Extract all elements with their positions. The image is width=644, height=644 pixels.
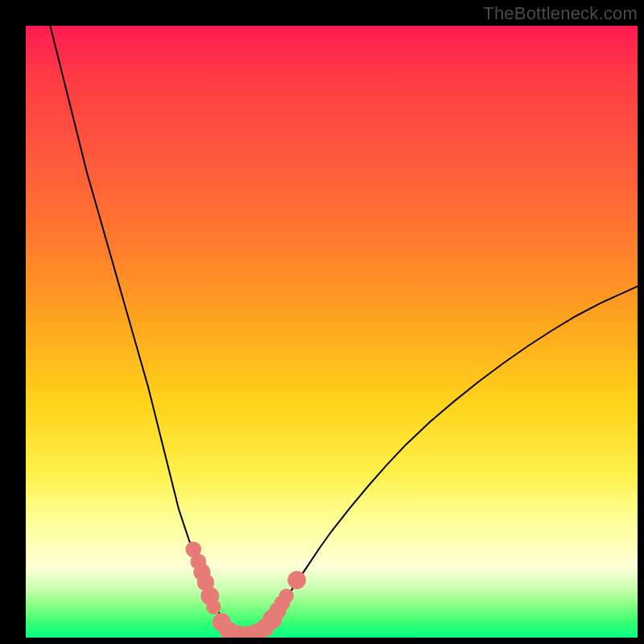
plot-area — [26, 26, 638, 638]
curve-left-branch — [50, 26, 233, 634]
watermark-text: TheBottleneck.com — [483, 3, 638, 24]
marker-dot — [206, 600, 221, 614]
marker-group — [185, 542, 306, 638]
curve-group — [50, 26, 638, 636]
marker-dot — [279, 588, 294, 603]
outer-frame: TheBottleneck.com — [0, 0, 644, 644]
marker-dot — [287, 571, 306, 589]
curve-right-branch — [258, 287, 638, 634]
chart-svg — [26, 26, 638, 638]
